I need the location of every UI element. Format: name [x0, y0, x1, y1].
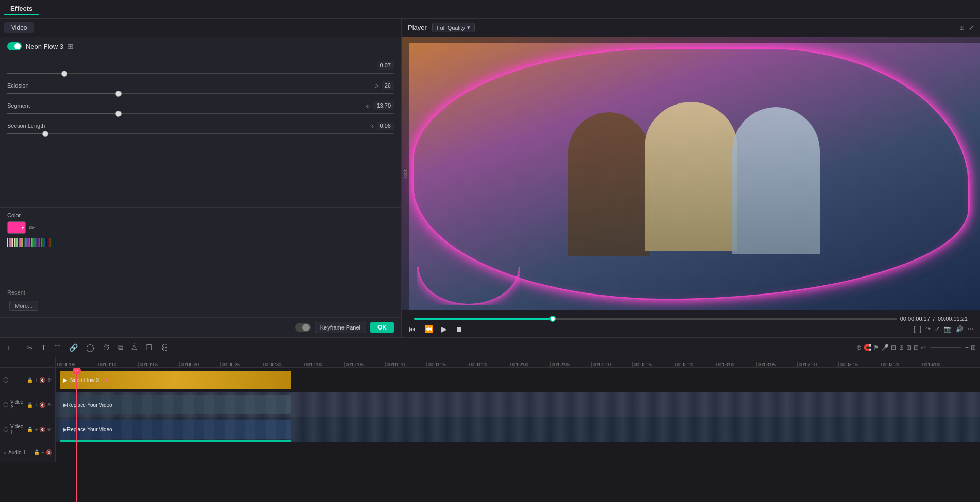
track1-eye-btn[interactable]: 👁	[47, 427, 52, 432]
rewind-icon[interactable]: ↩	[921, 344, 926, 351]
ruler-mark-10: 00:01:20	[468, 362, 509, 367]
ok-button[interactable]: OK	[370, 322, 394, 333]
video-tab[interactable]: Video	[4, 22, 34, 33]
copy-tool[interactable]: ❐	[143, 342, 155, 353]
track1-add-btn[interactable]: +	[35, 427, 38, 432]
eclosion-diamond[interactable]: ◇	[374, 83, 379, 89]
track-add-btn[interactable]: +	[35, 377, 38, 383]
segment-diamond[interactable]: ◇	[366, 103, 370, 109]
timeline-toolbar: + ✂ T ⬚ 🔗 ◯ ⏱ ⧉ ⧊ ❐ ⛓ ⊕ 🧲 ⚑ 🎤 ⊟ 🖥 ⊞ ⊟ ↩ …	[0, 338, 980, 357]
track2-lock-btn[interactable]: 🔒	[27, 402, 33, 408]
progress-bar[interactable]	[414, 318, 897, 320]
zoom-slider[interactable]	[930, 347, 961, 348]
keyframe-panel-button[interactable]: Keyframe Panel	[315, 322, 366, 333]
track1-lock-btn[interactable]: 🔒	[27, 427, 33, 432]
track-name-video1: Video 1	[10, 424, 25, 435]
effect-settings-icon[interactable]: ⊞	[67, 42, 74, 50]
panel-tab-bar: Video	[0, 19, 401, 37]
stack-tool[interactable]: ⧊	[129, 341, 140, 353]
forward-icon[interactable]: ↷	[925, 325, 931, 333]
track-row-audio: ♪ Audio 1 🔒 + 🔇	[0, 442, 980, 462]
track2-eye-btn[interactable]: 👁	[47, 402, 52, 408]
text-tool[interactable]: T	[39, 342, 48, 353]
timeline-add-media-btn[interactable]: +	[4, 342, 13, 353]
section-length-diamond[interactable]: ◇	[370, 123, 374, 129]
track-lock-btn[interactable]: 🔒	[27, 377, 33, 383]
eclosion-track[interactable]	[7, 93, 394, 94]
color-swatch-button[interactable]: ▾	[7, 221, 26, 234]
section-length-track[interactable]	[7, 133, 394, 134]
pip-icon[interactable]: ⊞	[906, 344, 912, 351]
screen-icon[interactable]: 🖥	[898, 344, 904, 351]
grid-view-icon[interactable]: ⊞	[971, 344, 976, 351]
video1-clip[interactable]: ▶ Replace Your Video	[60, 420, 291, 439]
eyedropper-icon[interactable]: ✏	[29, 223, 35, 232]
effect-clip[interactable]: ▶ Neon Flow 3 ♥	[60, 371, 291, 389]
sliders-tool[interactable]: ⧉	[115, 341, 126, 353]
timer-tool[interactable]: ⏱	[100, 342, 112, 353]
ruler-inner: 00:00:0500:00:1000:00:1500:00:2000:00:25…	[56, 357, 980, 367]
chain-tool[interactable]: ⛓	[158, 342, 170, 353]
step-back-button[interactable]: ⏪	[423, 324, 434, 334]
more-button[interactable]: More...	[9, 301, 38, 311]
magnet-icon[interactable]: 🧲	[864, 344, 871, 351]
audio-lock-btn[interactable]: 🔒	[33, 449, 40, 455]
main-content: Video Neon Flow 3 ⊞ 0.07	[0, 19, 980, 337]
timeline-toolbar-right: ⊕ 🧲 ⚑ 🎤 ⊟ 🖥 ⊞ ⊟ ↩ + ⊞	[856, 344, 976, 351]
player-right-icons: ⊞ ⤢	[959, 24, 974, 31]
mic-icon[interactable]: 🎤	[881, 344, 889, 351]
track-mute-btn[interactable]: 🔇	[39, 377, 45, 383]
quality-select[interactable]: Full Quality ▾	[432, 23, 475, 32]
ruler-mark-0: 00:00:05	[56, 362, 97, 367]
video1-play-icon: ▶	[63, 426, 67, 433]
auto-toggle[interactable]	[295, 323, 311, 332]
effects-tab[interactable]: Effects	[4, 3, 39, 15]
ruler-mark-1: 00:00:10	[97, 362, 138, 367]
split-icon[interactable]: ⊟	[891, 344, 896, 351]
volume-icon[interactable]: 🔊	[956, 325, 964, 333]
track1-mute-btn[interactable]: 🔇	[39, 427, 45, 432]
color-row-2	[27, 238, 36, 247]
section-length-thumb[interactable]	[42, 131, 48, 137]
progress-thumb[interactable]	[549, 316, 556, 322]
zoom-in-icon[interactable]: +	[965, 344, 969, 351]
left-panel: Video Neon Flow 3 ⊞ 0.07	[0, 19, 402, 337]
grid-icon[interactable]: ⊞	[959, 24, 965, 31]
expand-icon[interactable]: ⤢	[935, 325, 940, 333]
eclosion-thumb[interactable]	[115, 91, 122, 97]
track-eye-btn[interactable]: 👁	[47, 377, 52, 383]
timeline-content: ✂ ⬡ 🔒 + 🔇 👁 ▶	[0, 368, 980, 502]
snapshot-icon[interactable]: 📷	[944, 325, 952, 333]
effect-toggle[interactable]	[7, 42, 22, 50]
track2-mute-btn[interactable]: 🔇	[39, 402, 45, 408]
flag-icon[interactable]: ⚑	[873, 344, 879, 351]
play-button[interactable]: ▶	[440, 324, 448, 334]
bottom-buttons: Keyframe Panel OK	[0, 317, 401, 337]
segment-label: Segment	[7, 102, 30, 109]
section-length-label: Section Length	[7, 123, 45, 129]
stop-button[interactable]: ⏹	[454, 324, 463, 334]
slider-1-track[interactable]	[7, 73, 394, 74]
neon-glow	[412, 47, 970, 300]
fullscreen-icon[interactable]: ⤢	[969, 24, 974, 31]
segment-thumb[interactable]	[115, 111, 122, 117]
slider-row-eclosion: Eclosion ◇ 26	[7, 81, 394, 94]
segment-track[interactable]	[7, 113, 394, 114]
track2-add-btn[interactable]: +	[35, 402, 38, 408]
audio-add-btn[interactable]: +	[41, 449, 44, 455]
video2-clip[interactable]: ▶ Replace Your Video	[60, 395, 291, 414]
bracket-left-icon[interactable]: [	[914, 325, 915, 333]
subtitle-icon[interactable]: ⊟	[914, 344, 919, 351]
snap-icon[interactable]: ⊕	[856, 344, 862, 351]
crop-tool[interactable]: ⬚	[51, 342, 63, 353]
track-icon-video1: ⬡	[3, 426, 8, 433]
circle-tool[interactable]: ◯	[83, 342, 97, 353]
more-options-icon[interactable]: ⋯	[968, 325, 974, 333]
cut-tool[interactable]: ✂	[24, 342, 36, 353]
audio-mute-btn[interactable]: 🔇	[46, 449, 52, 455]
bracket-right-icon[interactable]: ]	[920, 325, 921, 333]
track-icon-video2: ⬡	[3, 401, 8, 408]
link-tool[interactable]: 🔗	[66, 342, 80, 353]
skip-back-button[interactable]: ⏮	[408, 324, 417, 334]
slider-1-thumb[interactable]	[61, 71, 67, 77]
